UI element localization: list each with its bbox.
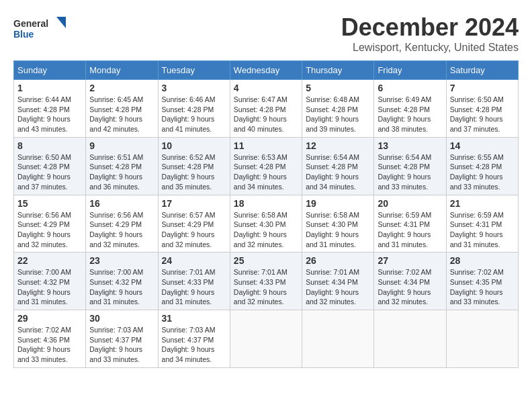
sunset-label: Sunset: 4:28 PM bbox=[17, 105, 70, 113]
day-info: Sunrise: 7:02 AM Sunset: 4:36 PM Dayligh… bbox=[17, 325, 82, 365]
sunset-label: Sunset: 4:30 PM bbox=[306, 220, 358, 228]
sunset-label: Sunset: 4:34 PM bbox=[378, 278, 430, 286]
day-info: Sunrise: 7:03 AM Sunset: 4:37 PM Dayligh… bbox=[162, 325, 226, 365]
logo-icon: General Blue bbox=[13, 13, 67, 47]
day-number: 10 bbox=[162, 140, 226, 151]
calendar-cell: 13 Sunrise: 6:54 AM Sunset: 4:28 PM Dayl… bbox=[374, 137, 446, 195]
day-info: Sunrise: 6:56 AM Sunset: 4:29 PM Dayligh… bbox=[89, 210, 154, 250]
svg-text:General: General bbox=[13, 18, 48, 29]
day-number: 9 bbox=[89, 140, 154, 151]
day-info: Sunrise: 6:53 AM Sunset: 4:28 PM Dayligh… bbox=[234, 152, 298, 192]
sunset-label: Sunset: 4:33 PM bbox=[162, 278, 214, 286]
calendar-cell: 31 Sunrise: 7:03 AM Sunset: 4:37 PM Dayl… bbox=[158, 310, 230, 368]
daylight-label: Daylight: 9 hours and 33 minutes. bbox=[89, 345, 142, 363]
day-number: 30 bbox=[89, 313, 154, 324]
sunrise-label: Sunrise: 6:55 AM bbox=[450, 153, 504, 161]
day-info: Sunrise: 6:49 AM Sunset: 4:28 PM Dayligh… bbox=[378, 95, 442, 134]
day-info: Sunrise: 6:54 AM Sunset: 4:28 PM Dayligh… bbox=[306, 152, 370, 192]
sunrise-label: Sunrise: 7:03 AM bbox=[162, 326, 216, 334]
sunset-label: Sunset: 4:34 PM bbox=[306, 278, 358, 286]
day-number: 13 bbox=[378, 140, 442, 151]
daylight-label: Daylight: 9 hours and 43 minutes. bbox=[17, 115, 71, 133]
daylight-label: Daylight: 9 hours and 37 minutes. bbox=[17, 173, 71, 191]
sunrise-label: Sunrise: 7:01 AM bbox=[162, 268, 216, 276]
calendar-cell: 23 Sunrise: 7:00 AM Sunset: 4:32 PM Dayl… bbox=[86, 253, 158, 310]
calendar-cell: 3 Sunrise: 6:46 AM Sunset: 4:28 PM Dayli… bbox=[158, 80, 230, 138]
calendar-cell bbox=[374, 310, 446, 368]
calendar-cell: 25 Sunrise: 7:01 AM Sunset: 4:33 PM Dayl… bbox=[230, 253, 302, 310]
day-header-thursday: Thursday bbox=[302, 61, 374, 80]
calendar-cell bbox=[302, 310, 374, 368]
sunset-label: Sunset: 4:28 PM bbox=[17, 163, 70, 171]
day-info: Sunrise: 7:01 AM Sunset: 4:33 PM Dayligh… bbox=[234, 267, 298, 307]
calendar-week-row: 22 Sunrise: 7:00 AM Sunset: 4:32 PM Dayl… bbox=[14, 253, 519, 310]
day-header-saturday: Saturday bbox=[446, 61, 518, 80]
daylight-label: Daylight: 9 hours and 34 minutes. bbox=[306, 173, 359, 191]
sunrise-label: Sunrise: 7:01 AM bbox=[234, 268, 287, 276]
calendar-cell: 5 Sunrise: 6:48 AM Sunset: 4:28 PM Dayli… bbox=[302, 80, 374, 138]
daylight-label: Daylight: 9 hours and 31 minutes. bbox=[306, 230, 359, 248]
sunset-label: Sunset: 4:28 PM bbox=[89, 105, 142, 113]
calendar-cell: 2 Sunrise: 6:45 AM Sunset: 4:28 PM Dayli… bbox=[86, 80, 158, 138]
sunrise-label: Sunrise: 6:58 AM bbox=[306, 211, 359, 219]
day-number: 31 bbox=[162, 313, 226, 324]
sunset-label: Sunset: 4:36 PM bbox=[17, 336, 70, 344]
calendar-cell: 4 Sunrise: 6:47 AM Sunset: 4:28 PM Dayli… bbox=[230, 80, 302, 138]
sunset-label: Sunset: 4:28 PM bbox=[378, 163, 430, 171]
daylight-label: Daylight: 9 hours and 38 minutes. bbox=[378, 115, 431, 133]
daylight-label: Daylight: 9 hours and 32 minutes. bbox=[89, 230, 142, 248]
sunset-label: Sunset: 4:35 PM bbox=[450, 278, 502, 286]
daylight-label: Daylight: 9 hours and 33 minutes. bbox=[450, 288, 503, 306]
day-info: Sunrise: 6:50 AM Sunset: 4:28 PM Dayligh… bbox=[17, 152, 82, 192]
day-info: Sunrise: 6:59 AM Sunset: 4:31 PM Dayligh… bbox=[378, 210, 442, 250]
day-header-friday: Friday bbox=[374, 61, 446, 80]
day-info: Sunrise: 7:03 AM Sunset: 4:37 PM Dayligh… bbox=[89, 325, 154, 365]
daylight-label: Daylight: 9 hours and 31 minutes. bbox=[89, 288, 142, 306]
sunset-label: Sunset: 4:37 PM bbox=[162, 336, 214, 344]
daylight-label: Daylight: 9 hours and 31 minutes. bbox=[378, 230, 431, 248]
calendar-cell: 26 Sunrise: 7:01 AM Sunset: 4:34 PM Dayl… bbox=[302, 253, 374, 310]
sunrise-label: Sunrise: 6:56 AM bbox=[17, 211, 71, 219]
daylight-label: Daylight: 9 hours and 34 minutes. bbox=[162, 345, 215, 363]
day-info: Sunrise: 6:50 AM Sunset: 4:28 PM Dayligh… bbox=[450, 95, 515, 134]
calendar-cell: 6 Sunrise: 6:49 AM Sunset: 4:28 PM Dayli… bbox=[374, 80, 446, 138]
sunset-label: Sunset: 4:31 PM bbox=[378, 220, 430, 228]
calendar-cell: 16 Sunrise: 6:56 AM Sunset: 4:29 PM Dayl… bbox=[86, 195, 158, 253]
sunset-label: Sunset: 4:29 PM bbox=[89, 220, 142, 228]
day-number: 28 bbox=[450, 255, 515, 266]
sunrise-label: Sunrise: 6:56 AM bbox=[89, 211, 143, 219]
sunrise-label: Sunrise: 6:50 AM bbox=[450, 95, 504, 103]
daylight-label: Daylight: 9 hours and 36 minutes. bbox=[89, 173, 142, 191]
calendar-cell: 30 Sunrise: 7:03 AM Sunset: 4:37 PM Dayl… bbox=[86, 310, 158, 368]
day-number: 7 bbox=[450, 83, 515, 93]
calendar-cell: 19 Sunrise: 6:58 AM Sunset: 4:30 PM Dayl… bbox=[302, 195, 374, 253]
calendar-cell bbox=[446, 310, 518, 368]
calendar-cell: 29 Sunrise: 7:02 AM Sunset: 4:36 PM Dayl… bbox=[14, 310, 86, 368]
svg-text:Blue: Blue bbox=[13, 29, 34, 40]
daylight-label: Daylight: 9 hours and 33 minutes. bbox=[17, 345, 71, 363]
daylight-label: Daylight: 9 hours and 39 minutes. bbox=[306, 115, 359, 133]
calendar-cell: 18 Sunrise: 6:58 AM Sunset: 4:30 PM Dayl… bbox=[230, 195, 302, 253]
sunrise-label: Sunrise: 7:02 AM bbox=[450, 268, 504, 276]
daylight-label: Daylight: 9 hours and 31 minutes. bbox=[17, 288, 71, 306]
day-number: 15 bbox=[17, 198, 82, 209]
calendar-cell: 24 Sunrise: 7:01 AM Sunset: 4:33 PM Dayl… bbox=[158, 253, 230, 310]
day-number: 26 bbox=[306, 255, 370, 266]
sunrise-label: Sunrise: 6:53 AM bbox=[234, 153, 287, 161]
calendar-cell: 7 Sunrise: 6:50 AM Sunset: 4:28 PM Dayli… bbox=[446, 80, 518, 138]
day-info: Sunrise: 7:01 AM Sunset: 4:34 PM Dayligh… bbox=[306, 267, 370, 307]
sunset-label: Sunset: 4:28 PM bbox=[450, 163, 502, 171]
daylight-label: Daylight: 9 hours and 32 minutes. bbox=[162, 230, 215, 248]
day-info: Sunrise: 7:01 AM Sunset: 4:33 PM Dayligh… bbox=[162, 267, 226, 307]
calendar-cell: 17 Sunrise: 6:57 AM Sunset: 4:29 PM Dayl… bbox=[158, 195, 230, 253]
daylight-label: Daylight: 9 hours and 31 minutes. bbox=[162, 288, 215, 306]
sunrise-label: Sunrise: 6:49 AM bbox=[378, 95, 431, 103]
sunrise-label: Sunrise: 6:44 AM bbox=[17, 95, 71, 103]
calendar-cell: 14 Sunrise: 6:55 AM Sunset: 4:28 PM Dayl… bbox=[446, 137, 518, 195]
day-number: 11 bbox=[234, 140, 298, 151]
calendar-week-row: 8 Sunrise: 6:50 AM Sunset: 4:28 PM Dayli… bbox=[14, 137, 519, 195]
sunset-label: Sunset: 4:29 PM bbox=[162, 220, 214, 228]
day-number: 3 bbox=[162, 83, 226, 93]
sunrise-label: Sunrise: 7:00 AM bbox=[17, 268, 71, 276]
calendar-week-row: 29 Sunrise: 7:02 AM Sunset: 4:36 PM Dayl… bbox=[14, 310, 519, 368]
